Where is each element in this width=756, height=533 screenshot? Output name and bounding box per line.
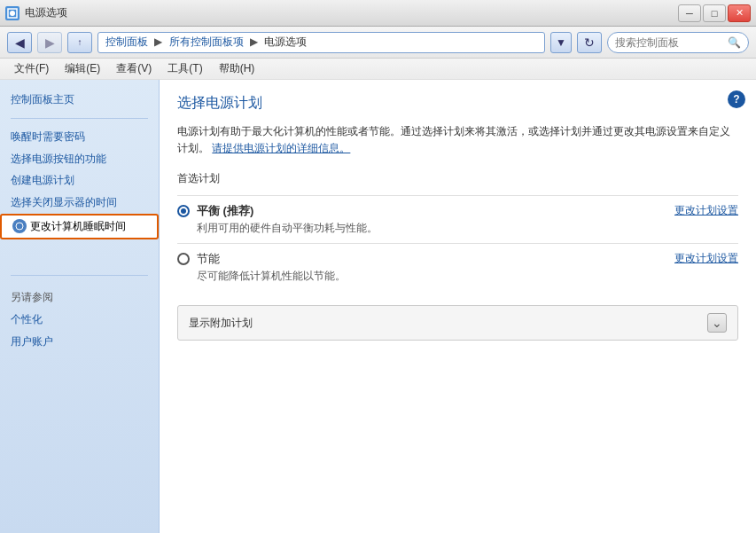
plan-item-balanced: 平衡 (推荐) 利用可用的硬件自动平衡功耗与性能。 更改计划设置 [177,195,738,243]
plan-powersaver-name: 节能 [197,251,346,267]
sidebar-item-powerbutton-label: 选择电源按钮的功能 [11,152,106,167]
sidebar: 控制面板主页 唤醒时需要密码 选择电源按钮的功能 创建电源计划 选择关闭显示器的… [0,80,160,533]
search-icon: 🔍 [728,36,741,49]
sidebar-item-home[interactable]: 控制面板主页 [0,89,159,111]
sleep-icon [12,219,27,233]
sidebar-item-sleeptime[interactable]: 更改计算机睡眠时间 [0,214,159,239]
plan-powersaver-desc: 尽可能降低计算机性能以节能。 [197,269,346,284]
menu-help[interactable]: 帮助(H) [212,59,262,78]
address-bar: ◀ ▶ ↑ 控制面板 ▶ 所有控制面板项 ▶ 电源选项 ▼ ↻ 🔍 [0,27,756,59]
sidebar-item-home-label: 控制面板主页 [11,92,74,107]
refresh-button[interactable]: ↻ [577,32,602,53]
sidebar-item-sleeptime-label: 更改计算机睡眠时间 [30,219,126,234]
plan-balanced-info: 平衡 (推荐) 利用可用的硬件自动平衡功耗与性能。 [197,203,378,236]
breadcrumb: 控制面板 ▶ 所有控制面板项 ▶ 电源选项 [105,35,307,50]
maximize-button[interactable]: □ [703,4,726,22]
plan-balanced-left: 平衡 (推荐) 利用可用的硬件自动平衡功耗与性能。 [177,203,378,236]
breadcrumb-current: 电源选项 [264,35,307,48]
forward-button[interactable]: ▶ [37,32,62,53]
address-dropdown-button[interactable]: ▼ [550,32,572,53]
menu-tools[interactable]: 工具(T) [160,59,209,78]
section-label: 首选计划 [177,171,738,186]
expand-icon: ⌄ [707,313,727,333]
show-additional-plans[interactable]: 显示附加计划 ⌄ [177,305,738,341]
sidebar-see-also-label: 另请参阅 [0,283,159,309]
page-title: 选择电源计划 [177,94,738,113]
menu-view[interactable]: 查看(V) [109,59,159,78]
sidebar-item-useraccount[interactable]: 用户账户 [0,331,159,353]
sidebar-item-wakepassword-label: 唤醒时需要密码 [11,129,85,145]
up-button[interactable]: ↑ [67,32,92,53]
sidebar-item-wakepassword[interactable]: 唤醒时需要密码 [0,126,159,148]
menu-edit[interactable]: 编辑(E) [58,59,107,78]
window-title: 电源选项 [25,5,67,20]
sidebar-item-createplan-label: 创建电源计划 [11,173,74,188]
content-description: 电源计划有助于最大化计算机的性能或者节能。通过选择计划来将其激活，或选择计划并通… [177,123,738,157]
sidebar-item-createplan[interactable]: 创建电源计划 [0,169,159,192]
plan-balanced-settings-link[interactable]: 更改计划设置 [674,203,738,218]
plan-powersaver-left: 节能 尽可能降低计算机性能以节能。 [177,251,346,284]
window-controls: ─ □ ✕ [678,4,751,22]
breadcrumb-allitems[interactable]: 所有控制面板项 [169,35,244,48]
address-path[interactable]: 控制面板 ▶ 所有控制面板项 ▶ 电源选项 [97,32,545,53]
help-icon[interactable]: ? [728,90,745,108]
svg-point-2 [16,223,23,230]
sidebar-divider-1 [11,118,148,119]
sidebar-item-useraccount-label: 用户账户 [11,334,53,349]
plan-balanced-desc: 利用可用的硬件自动平衡功耗与性能。 [197,221,378,236]
radio-balanced[interactable] [177,205,190,217]
sidebar-item-personalize-label: 个性化 [11,312,43,327]
main-layout: 控制面板主页 唤醒时需要密码 选择电源按钮的功能 创建电源计划 选择关闭显示器的… [0,80,756,533]
title-bar-left: 电源选项 [5,5,67,20]
minimize-button[interactable]: ─ [678,4,701,22]
radio-powersaver[interactable] [177,253,190,265]
content-area: ? 选择电源计划 电源计划有助于最大化计算机的性能或者节能。通过选择计划来将其激… [160,80,756,533]
sidebar-divider-2 [11,275,148,276]
menu-bar: 文件(F) 编辑(E) 查看(V) 工具(T) 帮助(H) [0,59,756,80]
sidebar-item-displayoff-label: 选择关闭显示器的时间 [11,195,117,210]
plan-powersaver-info: 节能 尽可能降低计算机性能以节能。 [197,251,346,284]
plan-balanced-name: 平衡 (推荐) [197,203,378,219]
plan-item-powersaver: 节能 尽可能降低计算机性能以节能。 更改计划设置 [177,243,738,291]
search-box[interactable]: 🔍 [607,32,749,53]
back-button[interactable]: ◀ [7,32,32,53]
menu-file[interactable]: 文件(F) [7,59,56,78]
sidebar-item-personalize[interactable]: 个性化 [0,309,159,331]
breadcrumb-controlpanel[interactable]: 控制面板 [105,35,148,48]
plan-powersaver-settings-link[interactable]: 更改计划设置 [674,251,738,266]
description-link[interactable]: 请提供电源计划的详细信息。 [212,142,350,154]
close-button[interactable]: ✕ [728,4,751,22]
sidebar-item-powerbutton[interactable]: 选择电源按钮的功能 [0,148,159,170]
window-icon [5,6,19,20]
svg-point-1 [10,11,15,16]
search-input[interactable] [615,36,724,49]
sidebar-item-displayoff[interactable]: 选择关闭显示器的时间 [0,192,159,214]
title-bar: 电源选项 ─ □ ✕ [0,0,756,27]
show-additional-label: 显示附加计划 [189,316,253,331]
